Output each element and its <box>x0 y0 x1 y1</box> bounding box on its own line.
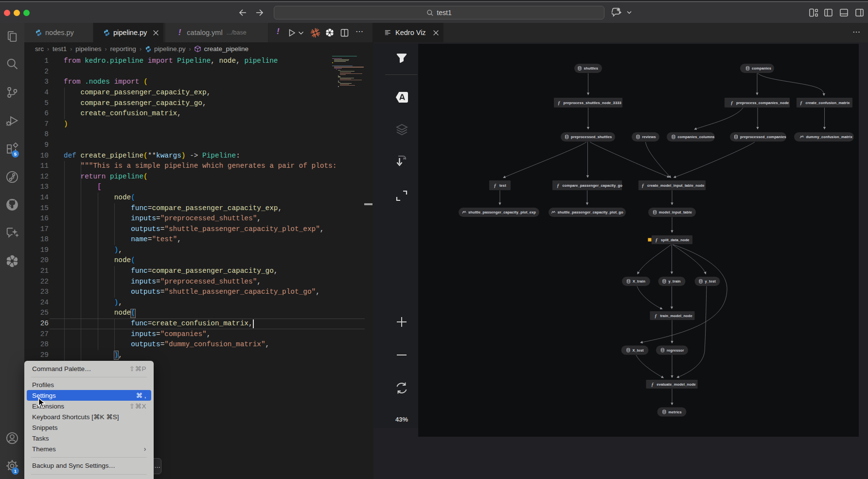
svg-text:metrics: metrics <box>669 410 682 414</box>
svg-text:test: test <box>499 183 506 188</box>
svg-text:companies_columns: companies_columns <box>678 135 715 139</box>
svg-text:ƒ: ƒ <box>651 381 654 387</box>
svg-text:split_data_node: split_data_node <box>661 238 690 242</box>
svg-text:evaluate_model_node: evaluate_model_node <box>657 382 696 387</box>
svg-text:compare_passenger_capacity_go: compare_passenger_capacity_go <box>563 183 623 188</box>
svg-text:companies: companies <box>752 66 771 71</box>
svg-text:preprocessed_companies: preprocessed_companies <box>740 135 786 139</box>
svg-text:y_train: y_train <box>669 279 681 284</box>
svg-text:model_input_table: model_input_table <box>659 210 692 214</box>
svg-text:ƒ: ƒ <box>655 237 658 243</box>
svg-text:shuttle_passenger_capacity_plo: shuttle_passenger_capacity_plot_go <box>558 210 623 214</box>
svg-text:create_model_input_table_node: create_model_input_table_node <box>647 183 705 188</box>
svg-text:ƒ: ƒ <box>730 100 733 106</box>
svg-text:X_test: X_test <box>633 348 644 353</box>
svg-text:preprocess_companies_node: preprocess_companies_node <box>736 101 789 105</box>
svg-text:create_confusion_matrix: create_confusion_matrix <box>806 101 850 105</box>
svg-text:shuttles: shuttles <box>584 66 599 71</box>
svg-text:y_test: y_test <box>705 279 716 284</box>
svg-text:ƒ: ƒ <box>800 100 803 106</box>
svg-text:shuttle_passenger_capacity_plo: shuttle_passenger_capacity_plot_exp <box>468 210 536 214</box>
svg-text:ƒ: ƒ <box>655 313 657 319</box>
svg-text:reviews: reviews <box>642 135 656 139</box>
svg-text:preprocess_shuttles_node_3333: preprocess_shuttles_node_3333 <box>564 101 621 105</box>
svg-text:dummy_confusion_matrix: dummy_confusion_matrix <box>806 135 853 139</box>
svg-text:ƒ: ƒ <box>557 182 560 188</box>
svg-text:ƒ: ƒ <box>558 100 561 106</box>
svg-text:preprocessed_shuttles: preprocessed_shuttles <box>571 135 612 139</box>
svg-text:X_train: X_train <box>633 279 645 284</box>
svg-text:train_model_node: train_model_node <box>660 314 692 318</box>
svg-text:ƒ: ƒ <box>494 182 496 188</box>
svg-text:ƒ: ƒ <box>641 182 644 188</box>
svg-text:regressor: regressor <box>667 348 684 353</box>
